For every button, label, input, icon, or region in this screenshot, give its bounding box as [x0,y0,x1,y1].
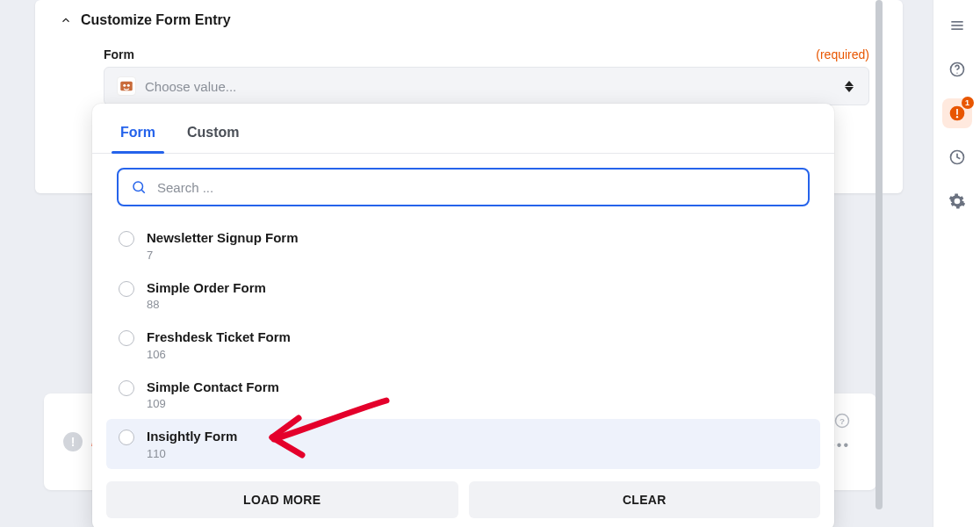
options-list: Newsletter Signup Form 7 Simple Order Fo… [92,212,834,478]
scrollbar[interactable] [873,0,885,527]
radio-icon [119,330,134,346]
list-icon[interactable] [942,11,972,40]
tab-custom[interactable]: Custom [184,116,243,153]
load-more-button[interactable]: LOAD MORE [106,481,458,518]
tab-form[interactable]: Form [117,116,159,153]
svg-point-7 [133,182,143,191]
radio-icon [119,231,134,247]
radio-icon [119,380,134,396]
scrollbar-thumb[interactable] [876,0,883,509]
warning-badge-icon: ! [63,432,83,451]
radio-icon [119,430,134,445]
svg-point-4 [127,84,130,87]
svg-point-16 [955,116,957,118]
form-dropdown[interactable]: Choose value... [104,67,869,105]
svg-line-8 [141,190,144,192]
right-sidebar: 1 [933,0,980,527]
svg-text:?: ? [839,416,845,426]
radio-icon [119,281,134,297]
option-title: Freshdesk Ticket Form [147,328,291,346]
field-label-form: Form [104,47,134,61]
option-simple-order-form[interactable]: Simple Order Form 88 [106,271,820,321]
help-icon[interactable]: ? [834,413,850,432]
option-id: 106 [147,348,291,361]
svg-point-13 [956,73,957,74]
dropdown-placeholder: Choose value... [145,79,833,94]
alert-icon[interactable]: 1 [942,98,972,128]
help-icon[interactable] [942,54,972,84]
wpforms-icon [117,76,136,96]
search-input[interactable] [157,180,796,195]
form-selector-popover: Form Custom Newsletter Signup Form 7 [92,104,834,527]
option-id: 88 [147,298,266,311]
dropdown-caret-icon [842,79,856,93]
required-indicator: (required) [816,47,869,61]
option-id: 110 [147,447,237,460]
svg-marker-5 [845,81,854,86]
option-newsletter-signup-form[interactable]: Newsletter Signup Form 7 [106,220,820,271]
panel-title: Customize Form Entry [81,12,231,28]
gear-icon[interactable] [942,186,972,216]
option-title: Newsletter Signup Form [147,229,299,247]
clear-button[interactable]: CLEAR [469,481,821,518]
option-id: 109 [147,397,279,410]
alert-badge: 1 [962,97,974,109]
option-insightly-form[interactable]: Insightly Form 110 [106,419,820,469]
option-id: 7 [147,249,299,262]
search-box[interactable] [117,168,810,206]
search-icon [131,179,147,195]
option-simple-contact-form[interactable]: Simple Contact Form 109 [106,370,820,420]
svg-marker-6 [845,87,854,92]
option-title: Simple Order Form [147,279,266,297]
option-title: Insightly Form [147,428,237,445]
svg-rect-15 [956,109,958,115]
svg-point-3 [123,84,126,87]
option-title: Simple Contact Form [147,379,279,396]
chevron-up-icon[interactable] [60,14,72,26]
history-icon[interactable] [942,142,972,172]
option-freshdesk-ticket-form[interactable]: Freshdesk Ticket Form 106 [106,320,820,370]
